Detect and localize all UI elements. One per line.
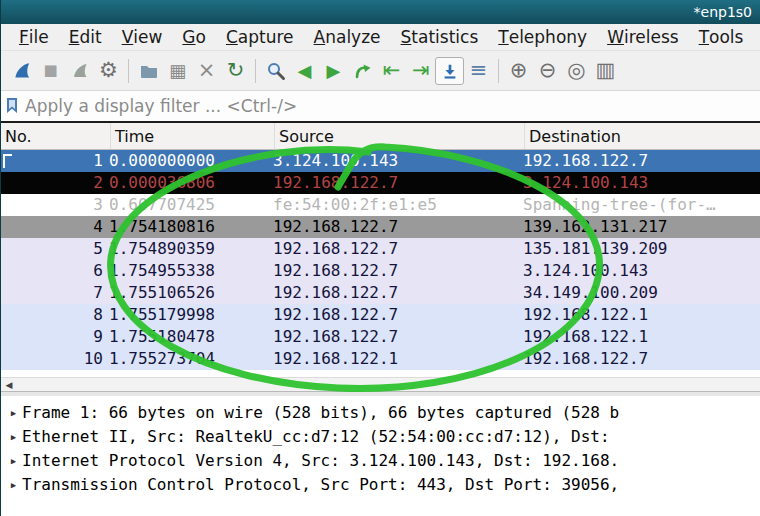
column-header-no[interactable]: No. [1, 123, 111, 149]
find-packet-button[interactable] [261, 57, 290, 85]
stop-square-icon: ■ [43, 63, 57, 78]
menu-bar: File Edit View Go Capture Analyze Statis… [1, 24, 760, 50]
packet-row[interactable]: 4 1.754180816 192.168.122.7 139.162.131.… [1, 216, 760, 238]
packet-no: 8 [1, 304, 109, 326]
detail-frame-line[interactable]: ▸ Frame 1: 66 bytes on wire (528 bits), … [5, 401, 760, 425]
packet-destination: 135.181.139.209 [523, 238, 760, 260]
packet-no: 6 [1, 260, 109, 282]
column-header-source[interactable]: Source [275, 123, 525, 149]
go-back-button[interactable]: ◀ [290, 57, 319, 85]
detail-ethernet-line[interactable]: ▸ Ethernet II, Src: RealtekU_cc:d7:12 (5… [5, 425, 760, 449]
menu-file[interactable]: File [9, 24, 59, 50]
restart-fin-icon [70, 61, 90, 81]
zoom-in-button[interactable]: ⊕ [504, 57, 533, 85]
packet-row[interactable]: 9 1.755180478 192.168.122.7 192.168.122.… [1, 326, 760, 348]
packet-time: 1.755273704 [109, 348, 273, 370]
start-capture-button[interactable] [7, 57, 36, 85]
scroll-left-arrow-icon[interactable]: ◀ [1, 378, 17, 391]
packet-no: 10 [1, 348, 109, 370]
close-icon: × [198, 60, 216, 81]
packet-no: 3 [1, 194, 109, 216]
packet-row[interactable]: 7 1.755106526 192.168.122.7 34.149.100.2… [1, 282, 760, 304]
packet-time: 0.607707425 [109, 194, 273, 216]
packet-row[interactable]: 10 1.755273704 192.168.122.1 192.168.122… [1, 348, 760, 370]
column-header-destination[interactable]: Destination [525, 123, 760, 149]
packet-source: 192.168.122.7 [273, 216, 523, 238]
packet-time: 0.000036806 [109, 172, 273, 194]
menu-view[interactable]: View [112, 24, 173, 50]
packet-source: 192.168.122.1 [273, 348, 523, 370]
restart-capture-button[interactable] [65, 57, 94, 85]
menu-help[interactable]: Help [753, 24, 760, 50]
expander-icon[interactable]: ▸ [5, 449, 22, 473]
reload-icon: ↻ [227, 60, 245, 81]
title-bar[interactable]: *enp1s0 [1, 0, 760, 24]
save-icon: ▦ [169, 62, 186, 80]
close-file-button[interactable]: × [192, 57, 221, 85]
menu-capture[interactable]: Capture [216, 24, 304, 50]
scrollbar-track[interactable] [17, 378, 760, 391]
go-first-packet-button[interactable]: ⇤ [377, 57, 406, 85]
packet-destination: 3.124.100.143 [523, 172, 760, 194]
go-to-packet-button[interactable] [348, 57, 377, 85]
capture-options-button[interactable]: ⚙ [94, 57, 123, 85]
packet-source: fe:54:00:2f:e1:e5 [273, 194, 523, 216]
packet-destination: 192.168.122.1 [523, 326, 760, 348]
packet-details-pane: ▸ Frame 1: 66 bytes on wire (528 bits), … [1, 396, 760, 516]
packet-row[interactable]: 5 1.754890359 192.168.122.7 135.181.139.… [1, 238, 760, 260]
detail-text: Ethernet II, Src: RealtekU_cc:d7:12 (52:… [22, 425, 610, 449]
packet-time: 1.755106526 [109, 282, 273, 304]
first-packet-icon: ⇤ [383, 60, 401, 81]
packet-row[interactable]: 3 0.607707425 fe:54:00:2f:e1:e5 Spanning… [1, 194, 760, 216]
zoom-out-button[interactable]: ⊖ [533, 57, 562, 85]
packet-row[interactable]: 6 1.754955338 192.168.122.7 3.124.100.14… [1, 260, 760, 282]
resize-columns-button[interactable]: ▥ [591, 57, 620, 85]
menu-telephony[interactable]: Telephony [488, 24, 597, 50]
horizontal-scrollbar[interactable]: ◀ [1, 377, 760, 391]
menu-edit[interactable]: Edit [59, 24, 112, 50]
packet-source: 192.168.122.7 [273, 260, 523, 282]
detail-tcp-line[interactable]: ▸ Transmission Control Protocol, Src Por… [5, 473, 760, 497]
go-last-packet-button[interactable]: ⇥ [406, 57, 435, 85]
list-lines-icon: ≡ [470, 60, 488, 81]
packet-time: 1.755180478 [109, 326, 273, 348]
auto-scroll-button[interactable] [435, 57, 464, 85]
packet-source: 192.168.122.7 [273, 326, 523, 348]
filter-bookmark-icon[interactable] [5, 96, 19, 116]
curved-arrow-icon [353, 61, 373, 81]
packet-time: 1.754890359 [109, 238, 273, 260]
menu-tools[interactable]: Tools [689, 24, 754, 50]
display-filter-input[interactable] [19, 96, 756, 116]
detail-ip-line[interactable]: ▸ Internet Protocol Version 4, Src: 3.12… [5, 449, 760, 473]
stop-capture-button[interactable]: ■ [36, 57, 65, 85]
zoom-original-icon: ◎ [567, 60, 585, 81]
packet-row[interactable]: 1 0.000000000 3.124.100.143 192.168.122.… [1, 150, 760, 172]
menu-wireless[interactable]: Wireless [597, 24, 689, 50]
forward-arrow-icon: ▶ [327, 62, 341, 80]
conversation-bracket [3, 154, 12, 168]
packet-destination: 139.162.131.217 [523, 216, 760, 238]
zoom-original-button[interactable]: ◎ [562, 57, 591, 85]
packet-list-pane: No. Time Source Destination 1 0.00000000… [1, 123, 760, 391]
detail-text: Frame 1: 66 bytes on wire (528 bits), 66… [22, 401, 619, 425]
colorize-list-button[interactable]: ≡ [464, 57, 493, 85]
packet-row[interactable]: 2 0.000036806 192.168.122.7 3.124.100.14… [1, 172, 760, 194]
expander-icon[interactable]: ▸ [5, 473, 22, 497]
save-file-button[interactable]: ▦ [163, 57, 192, 85]
zoom-in-icon: ⊕ [510, 60, 528, 81]
menu-go[interactable]: Go [172, 24, 216, 50]
packet-source: 192.168.122.7 [273, 172, 523, 194]
expander-icon[interactable]: ▸ [5, 425, 22, 449]
menu-analyze[interactable]: Analyze [304, 24, 391, 50]
open-file-button[interactable] [134, 57, 163, 85]
reload-file-button[interactable]: ↻ [221, 57, 250, 85]
go-forward-button[interactable]: ▶ [319, 57, 348, 85]
packet-no: 9 [1, 326, 109, 348]
packet-source: 192.168.122.7 [273, 238, 523, 260]
packet-row[interactable]: 8 1.755179998 192.168.122.7 192.168.122.… [1, 304, 760, 326]
packet-destination: Spanning-tree-(for-… [523, 194, 760, 216]
packet-no: 1 [1, 150, 109, 172]
expander-icon[interactable]: ▸ [5, 401, 22, 425]
menu-statistics[interactable]: Statistics [391, 24, 489, 50]
column-header-time[interactable]: Time [111, 123, 275, 149]
